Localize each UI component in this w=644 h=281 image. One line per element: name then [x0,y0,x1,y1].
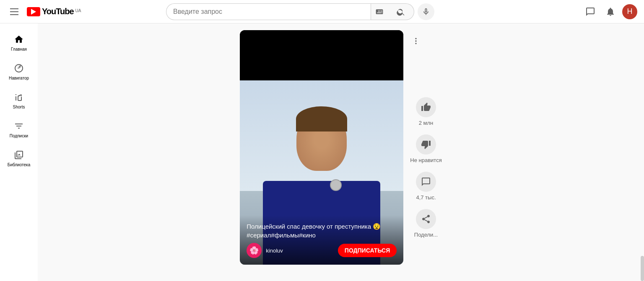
sidebar-item-explore[interactable]: Навигатор [2,57,36,85]
header: YouTube UA H [0,0,644,23]
dislike-label: Не нравится [410,157,441,163]
channel-avatar-emoji: 🌸 [249,246,259,255]
share-icon [416,209,436,229]
keyboard-button[interactable] [371,3,387,20]
svg-point-0 [415,38,417,39]
sidebar-label-shorts: Shorts [13,105,25,109]
subscribe-button[interactable]: ПОДПИСАТЬСЯ [338,244,397,257]
sidebar-label-home: Главная [11,47,27,52]
like-count: 2 млн [419,120,434,126]
menu-button[interactable] [7,5,22,18]
video-title: Полицейский спас девочку от преступника … [247,222,397,240]
search-icon [396,7,405,16]
thumbs-up-icon [421,102,431,112]
video-wrapper: Полицейский спас девочку от преступника … [240,30,403,265]
sidebar-item-subscriptions[interactable]: Подписки [2,115,36,142]
sidebar-label-explore: Навигатор [9,76,29,80]
share-label: Подели... [414,232,438,238]
create-icon [585,7,595,17]
channel-row: 🌸 kinoluv ПОДПИСАТЬСЯ [247,243,397,258]
logo[interactable]: YouTube UA [27,7,81,16]
logo-icon [27,7,40,16]
logo-text: YouTube [42,7,74,16]
dislike-icon [416,134,436,155]
subscriptions-icon [14,121,24,131]
chat-icon [421,177,431,187]
shorts-icon [14,92,24,102]
more-options-button[interactable] [408,34,423,51]
sidebar-label-library: Библиотека [8,162,30,167]
shorts-actions: 2 млн Не нравится 4,7 тыс. [410,30,441,238]
notifications-button[interactable] [602,3,619,20]
logo-country: UA [75,8,81,13]
header-left: YouTube UA [7,5,91,18]
share-action[interactable]: Подели... [414,209,438,238]
like-icon [416,97,436,117]
sidebar: Главная Навигатор Shorts Подписки Библио… [0,23,38,281]
main-content: Полицейский спас девочку от преступника … [38,23,644,281]
search-form [166,3,414,20]
like-action[interactable]: 2 млн [416,97,436,126]
shorts-player[interactable]: Полицейский спас девочку от преступника … [240,30,403,265]
more-icon [412,37,420,45]
svg-point-1 [415,40,417,41]
channel-avatar[interactable]: 🌸 [247,243,262,258]
video-top-black [240,30,403,80]
channel-name: kinoluv [266,247,334,254]
home-icon [14,34,24,44]
dislike-action[interactable]: Не нравится [410,134,441,163]
search-area [166,3,434,20]
sidebar-item-shorts[interactable]: Shorts [2,86,36,113]
video-overlay: Полицейский спас девочку от преступника … [240,215,403,265]
sidebar-label-subscriptions: Подписки [10,134,28,138]
mic-icon [422,8,430,16]
shorts-container: Полицейский спас девочку от преступника … [240,30,441,265]
comment-icon [416,172,436,192]
keyboard-icon [375,8,384,16]
comment-action[interactable]: 4,7 тыс. [416,172,436,201]
compass-icon [14,63,24,73]
scroll-indicator [641,256,644,281]
mic-button[interactable] [418,3,434,20]
share-svg-icon [421,214,431,224]
sidebar-item-home[interactable]: Главная [2,28,36,56]
bell-icon [605,7,615,17]
svg-point-2 [415,43,417,44]
search-input[interactable] [166,3,371,20]
thumbs-down-icon [421,139,431,150]
search-button[interactable] [387,3,414,20]
create-button[interactable] [582,3,599,20]
avatar[interactable]: H [622,4,637,19]
header-right: H [582,3,637,20]
library-icon [14,150,24,160]
sidebar-item-library[interactable]: Библиотека [2,144,36,171]
comment-count: 4,7 тыс. [416,194,436,201]
